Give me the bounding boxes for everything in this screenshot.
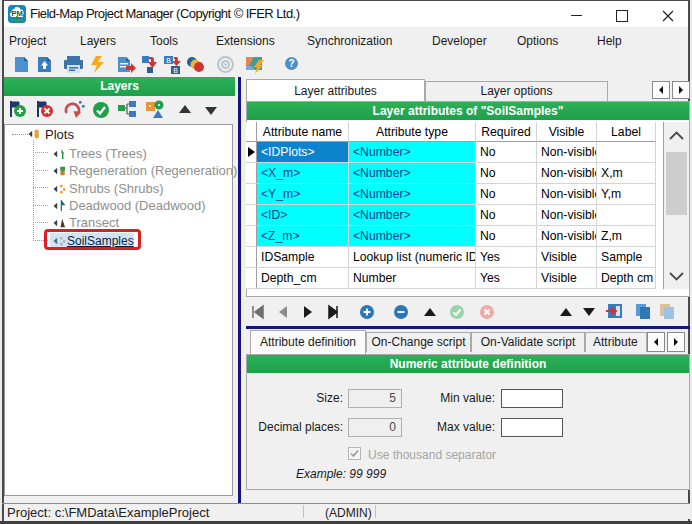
svg-text:PM: PM bbox=[11, 9, 22, 18]
svg-text:B: B bbox=[166, 57, 171, 64]
svg-text:B: B bbox=[173, 67, 178, 74]
